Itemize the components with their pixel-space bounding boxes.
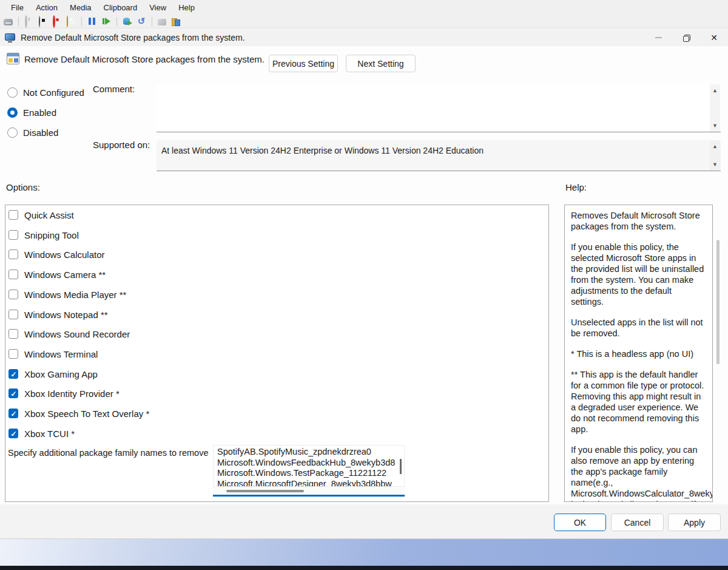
comment-label: Comment: (93, 84, 135, 94)
scroll-down-icon[interactable]: ▼ (710, 123, 720, 129)
option-windows-sound-recorder[interactable]: Windows Sound Recorder (8, 328, 130, 340)
checkbox[interactable] (8, 270, 18, 279)
help-paragraph: Removes Default Microsoft Store packages… (571, 210, 706, 232)
share-icon[interactable] (170, 16, 180, 26)
help-paragraph: If you enable this policy, you can also … (571, 444, 706, 502)
policy-setting-icon (7, 53, 19, 64)
comment-textarea[interactable]: ▲ ▼ (157, 84, 721, 132)
window-title: Remove Default Microsoft Store packages … (21, 33, 245, 42)
toolbar: ↺ (0, 15, 728, 29)
taskbar-edge (0, 566, 728, 570)
turn-off-icon[interactable] (38, 16, 48, 26)
option-snipping-tool[interactable]: Snipping Tool (8, 229, 79, 241)
checkbox[interactable] (8, 409, 18, 418)
close-button[interactable]: ✕ (700, 29, 728, 46)
package-names-listbox[interactable]: SpotifyAB.SpotifyMusic_zpdnekdrzrea0 Mic… (213, 445, 405, 498)
scroll-up-icon[interactable]: ▲ (710, 143, 720, 149)
supported-on-field: At least Windows 11 Version 24H2 Enterpr… (157, 140, 721, 171)
package-line[interactable]: Microsoft.WindowsFeedbackHub_8wekyb3d8 (217, 458, 400, 469)
menu-bar: File Action Media Clipboard View Help (0, 0, 728, 15)
option-windows-terminal[interactable]: Windows Terminal (8, 348, 98, 360)
radio-not-configured[interactable]: Not Configured (7, 87, 84, 98)
pause-icon[interactable] (87, 16, 97, 26)
desktop-background (0, 539, 728, 566)
enhanced-session-icon (158, 19, 166, 25)
help-paragraph: ** This app is the default handler for a… (571, 369, 706, 435)
policy-title: Remove Default Microsoft Store packages … (24, 54, 265, 64)
ok-button[interactable]: OK (554, 514, 606, 531)
horizontal-scrollbar-thumb[interactable] (226, 490, 304, 492)
package-names-label: Specify additional package family names … (8, 448, 208, 458)
radio-circle[interactable] (7, 107, 18, 118)
option-quick-assist[interactable]: Quick Assist (8, 209, 74, 221)
menu-view[interactable]: View (143, 1, 172, 14)
reset-icon[interactable] (101, 16, 111, 26)
toolbar-separator (81, 17, 82, 26)
help-paragraph: Unselected apps in the list will not be … (571, 317, 706, 339)
scroll-down-icon[interactable]: ▼ (710, 161, 720, 168)
previous-setting-button[interactable]: Previous Setting (269, 55, 338, 72)
next-setting-button[interactable]: Next Setting (346, 55, 416, 72)
option-windows-camera[interactable]: Windows Camera ** (8, 268, 106, 280)
option-xbox-tcui[interactable]: Xbox TCUI * (8, 427, 75, 439)
option-windows-notepad[interactable]: Windows Notepad ** (8, 308, 108, 321)
menu-media[interactable]: Media (64, 1, 97, 14)
checkbox[interactable] (8, 310, 18, 319)
option-xbox-speech-to-text-overlay[interactable]: Xbox Speech To Text Overlay * (8, 407, 149, 419)
apply-button[interactable]: Apply (668, 514, 721, 531)
menu-help[interactable]: Help (172, 1, 201, 14)
vm-connection-window: File Action Media Clipboard View Help ↺ … (0, 0, 728, 570)
supported-scrollbar[interactable]: ▲ ▼ (710, 140, 720, 171)
checkbox[interactable] (8, 249, 18, 259)
help-panel: Removes Default Microsoft Store packages… (564, 205, 713, 502)
option-xbox-identity-provider[interactable]: Xbox Identity Provider * (8, 387, 120, 399)
checkbox[interactable] (8, 388, 18, 398)
menu-clipboard[interactable]: Clipboard (98, 1, 144, 14)
menu-file[interactable]: File (5, 1, 30, 14)
dialog-app-icon (5, 33, 15, 42)
comment-scrollbar[interactable]: ▲ ▼ (710, 84, 720, 132)
supported-on-label: Supported on: (93, 140, 150, 150)
radio-circle[interactable] (7, 87, 18, 98)
checkbox[interactable] (8, 329, 18, 339)
radio-circle[interactable] (7, 127, 18, 138)
horizontal-scrollbar[interactable] (213, 487, 405, 495)
checkbox[interactable] (8, 429, 18, 438)
save-state-icon[interactable] (66, 16, 76, 26)
checkpoint-icon[interactable] (123, 16, 132, 26)
package-names-text[interactable]: SpotifyAB.SpotifyMusic_zpdnekdrzrea0 Mic… (213, 445, 405, 487)
revert-icon[interactable]: ↺ (136, 16, 146, 26)
scroll-up-icon[interactable]: ▲ (710, 87, 720, 93)
option-windows-media-player[interactable]: Windows Media Player ** (8, 288, 126, 300)
help-scrollbar-thumb[interactable] (716, 240, 720, 364)
radio-enabled[interactable]: Enabled (7, 107, 56, 118)
package-line[interactable]: Microsoft.MicrosoftDesigner_8wekyb3d8bbw (217, 479, 400, 487)
help-paragraph: * This is a headless app (no UI) (571, 348, 706, 359)
shut-down-icon[interactable] (52, 16, 62, 26)
title-bar: Remove Default Microsoft Store packages … (0, 29, 728, 46)
options-panel: Quick Assist Snipping Tool Windows Calcu… (5, 205, 549, 502)
options-label: Options: (6, 182, 40, 192)
option-windows-calculator[interactable]: Windows Calculator (8, 248, 105, 260)
help-label: Help: (565, 182, 587, 192)
checkbox[interactable] (8, 369, 18, 379)
checkbox[interactable] (8, 210, 18, 220)
package-line[interactable]: SpotifyAB.SpotifyMusic_zpdnekdrzrea0 (217, 447, 400, 458)
restore-button[interactable] (672, 29, 700, 46)
menu-action[interactable]: Action (30, 1, 64, 14)
supported-on-value: At least Windows 11 Version 24H2 Enterpr… (161, 146, 484, 155)
ctrl-alt-del-icon[interactable] (4, 19, 13, 25)
package-line[interactable]: Microsoft.Windows.TestPackage_11221122 (217, 468, 400, 479)
checkbox[interactable] (8, 349, 18, 359)
checkbox[interactable] (8, 230, 18, 240)
checkbox[interactable] (8, 290, 18, 299)
toolbar-separator (152, 17, 152, 26)
toolbar-separator (18, 17, 19, 26)
option-xbox-gaming-app[interactable]: Xbox Gaming App (8, 368, 98, 380)
toolbar-separator (116, 17, 117, 26)
radio-disabled[interactable]: Disabled (7, 127, 58, 138)
help-paragraph: If you enable this policy, the selected … (571, 242, 706, 307)
vertical-scrollbar-thumb[interactable] (400, 459, 402, 474)
start-icon (24, 16, 34, 26)
cancel-button[interactable]: Cancel (611, 514, 664, 531)
